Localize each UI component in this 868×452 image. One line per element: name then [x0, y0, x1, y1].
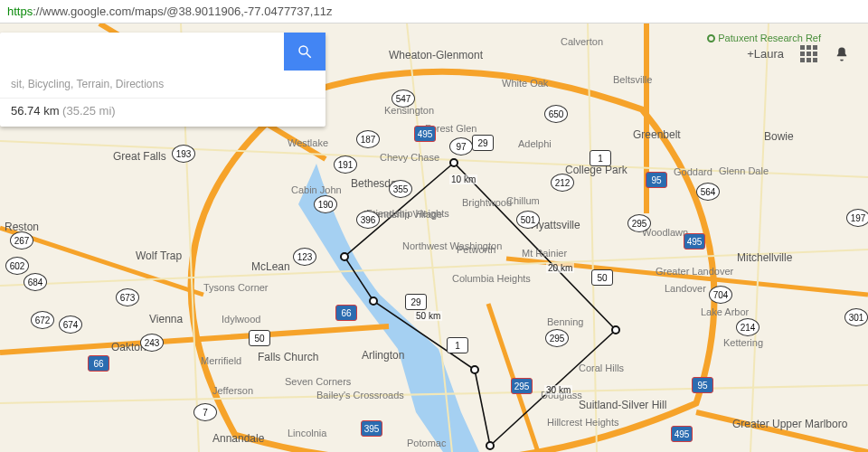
measure-tick-label: 20 km — [546, 263, 574, 273]
measure-tick-label: 30 km — [544, 385, 572, 395]
search-button[interactable] — [284, 33, 326, 71]
svg-point-0 — [299, 46, 307, 54]
browser-url-bar[interactable]: https ://www.google.com/maps/@38.9011906… — [0, 0, 868, 24]
search-icon — [297, 43, 313, 60]
apps-icon[interactable] — [800, 45, 817, 62]
bell-icon[interactable] — [834, 46, 850, 62]
search-input[interactable] — [0, 44, 284, 60]
measure-vertex[interactable] — [340, 252, 349, 261]
search-panel: sit, Bicycling, Terrain, Directions 56.7… — [0, 33, 326, 127]
user-link[interactable]: +Laura — [747, 47, 784, 61]
search-suggestion-row[interactable]: sit, Bicycling, Terrain, Directions — [0, 71, 326, 98]
distance-readout: 56.74 km (35.25 mi) — [0, 98, 326, 127]
measure-tick-label: 50 km — [414, 311, 442, 321]
url-rest: ://www.google.com/maps/@38.9011906,-77.0… — [33, 5, 332, 18]
account-strip: +Laura — [747, 45, 850, 62]
url-scheme: https — [7, 5, 33, 18]
measure-vertex[interactable] — [369, 297, 378, 306]
measure-vertex[interactable] — [611, 325, 620, 334]
poi-icon — [707, 34, 715, 42]
svg-line-1 — [307, 53, 311, 58]
measure-tick-label: 10 km — [449, 174, 477, 184]
measure-vertex[interactable] — [470, 365, 479, 374]
measure-vertex[interactable] — [486, 441, 495, 450]
measure-vertex[interactable] — [449, 158, 458, 167]
patuxent-link[interactable]: Patuxent Research Ref — [707, 33, 821, 43]
